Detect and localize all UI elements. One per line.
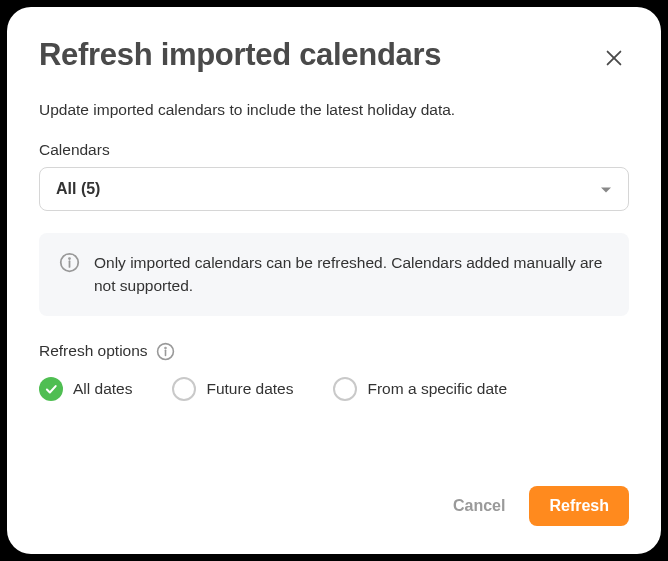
info-banner: Only imported calendars can be refreshed…	[39, 233, 629, 316]
modal-header: Refresh imported calendars	[39, 37, 629, 73]
refresh-options-radios: All dates Future dates From a specific d…	[39, 377, 629, 401]
radio-label: From a specific date	[367, 380, 507, 398]
refresh-options-label: Refresh options	[39, 342, 148, 360]
radio-label: Future dates	[206, 380, 293, 398]
radio-indicator	[333, 377, 357, 401]
cancel-button[interactable]: Cancel	[453, 497, 505, 515]
calendars-select[interactable]: All (5)	[39, 167, 629, 211]
radio-indicator	[172, 377, 196, 401]
calendars-label: Calendars	[39, 141, 629, 159]
close-icon	[603, 47, 625, 69]
modal-description: Update imported calendars to include the…	[39, 101, 629, 119]
check-icon	[44, 382, 58, 396]
refresh-button[interactable]: Refresh	[529, 486, 629, 526]
info-icon[interactable]	[156, 342, 175, 361]
calendars-select-wrap: All (5)	[39, 167, 629, 211]
radio-from-specific-date[interactable]: From a specific date	[333, 377, 507, 401]
radio-indicator	[39, 377, 63, 401]
modal-footer: Cancel Refresh	[39, 486, 629, 526]
svg-point-7	[165, 347, 166, 348]
svg-point-4	[69, 258, 70, 259]
radio-all-dates[interactable]: All dates	[39, 377, 132, 401]
refresh-options-label-row: Refresh options	[39, 342, 629, 361]
modal-title: Refresh imported calendars	[39, 37, 441, 73]
refresh-calendars-modal: Refresh imported calendars Update import…	[7, 7, 661, 554]
chevron-down-icon	[600, 180, 612, 198]
info-icon	[59, 252, 80, 277]
info-text: Only imported calendars can be refreshed…	[94, 251, 609, 298]
calendars-select-value: All (5)	[56, 180, 100, 198]
radio-label: All dates	[73, 380, 132, 398]
radio-future-dates[interactable]: Future dates	[172, 377, 293, 401]
close-button[interactable]	[599, 43, 629, 73]
